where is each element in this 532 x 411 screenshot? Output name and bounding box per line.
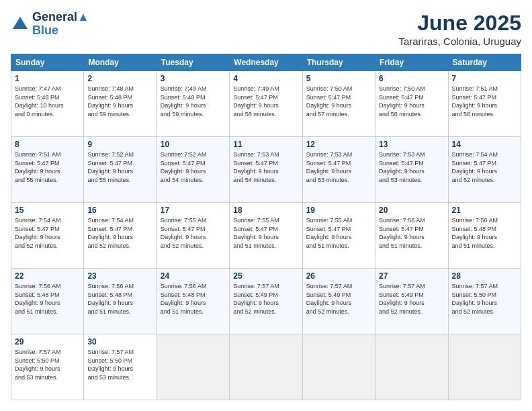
day-number: 19 xyxy=(306,205,371,215)
calendar-subtitle: Tarariras, Colonia, Uruguay xyxy=(398,36,521,47)
day-number: 15 xyxy=(15,205,80,215)
day-number: 4 xyxy=(233,74,298,83)
day-number: 26 xyxy=(306,271,371,281)
calendar-day-cell: 18Sunrise: 7:55 AMSunset: 5:47 PMDayligh… xyxy=(230,203,302,269)
day-info: Sunrise: 7:56 AMSunset: 5:48 PMDaylight:… xyxy=(87,282,152,316)
day-info: Sunrise: 7:55 AMSunset: 5:47 PMDaylight:… xyxy=(233,216,298,250)
day-number: 23 xyxy=(87,271,152,281)
day-number: 13 xyxy=(379,140,444,149)
calendar-day-cell: 19Sunrise: 7:55 AMSunset: 5:47 PMDayligh… xyxy=(302,203,375,269)
calendar-day-cell: 12Sunrise: 7:53 AMSunset: 5:47 PMDayligh… xyxy=(302,137,375,203)
calendar-day-cell: 7Sunrise: 7:51 AMSunset: 5:47 PMDaylight… xyxy=(448,71,521,137)
day-info: Sunrise: 7:56 AMSunset: 5:48 PMDaylight:… xyxy=(15,282,80,316)
day-info: Sunrise: 7:55 AMSunset: 5:47 PMDaylight:… xyxy=(306,216,371,250)
day-number: 27 xyxy=(379,271,444,281)
day-info: Sunrise: 7:56 AMSunset: 5:48 PMDaylight:… xyxy=(161,282,226,316)
page-header: General▲ Blue June 2025 Tarariras, Colon… xyxy=(11,11,521,47)
day-number: 28 xyxy=(452,271,517,281)
calendar-day-cell: 28Sunrise: 7:57 AMSunset: 5:50 PMDayligh… xyxy=(448,269,521,334)
calendar-day-cell xyxy=(448,334,521,400)
calendar-day-cell: 6Sunrise: 7:50 AMSunset: 5:47 PMDaylight… xyxy=(375,71,448,137)
logo: General▲ Blue xyxy=(11,11,89,38)
day-number: 22 xyxy=(15,271,80,281)
calendar-week-row: 22Sunrise: 7:56 AMSunset: 5:48 PMDayligh… xyxy=(11,269,521,334)
calendar-day-cell: 25Sunrise: 7:57 AMSunset: 5:49 PMDayligh… xyxy=(230,269,302,334)
calendar-day-cell xyxy=(375,334,448,400)
day-number: 7 xyxy=(452,74,517,83)
calendar-header-cell: Saturday xyxy=(448,54,521,71)
calendar-day-cell: 3Sunrise: 7:49 AMSunset: 5:48 PMDaylight… xyxy=(157,71,229,137)
calendar-day-cell: 4Sunrise: 7:49 AMSunset: 5:47 PMDaylight… xyxy=(230,71,302,137)
calendar-week-row: 15Sunrise: 7:54 AMSunset: 5:47 PMDayligh… xyxy=(11,203,521,269)
day-number: 1 xyxy=(15,74,80,83)
day-info: Sunrise: 7:54 AMSunset: 5:47 PMDaylight:… xyxy=(87,216,152,250)
day-info: Sunrise: 7:53 AMSunset: 5:47 PMDaylight:… xyxy=(379,150,444,184)
day-info: Sunrise: 7:55 AMSunset: 5:47 PMDaylight:… xyxy=(161,216,226,250)
day-info: Sunrise: 7:53 AMSunset: 5:47 PMDaylight:… xyxy=(306,150,371,184)
calendar-day-cell: 23Sunrise: 7:56 AMSunset: 5:48 PMDayligh… xyxy=(84,269,157,334)
day-number: 30 xyxy=(87,337,152,347)
calendar-day-cell: 8Sunrise: 7:51 AMSunset: 5:47 PMDaylight… xyxy=(11,137,84,203)
logo-text: General▲ Blue xyxy=(32,11,89,38)
calendar-day-cell: 17Sunrise: 7:55 AMSunset: 5:47 PMDayligh… xyxy=(157,203,229,269)
calendar-day-cell: 1Sunrise: 7:47 AMSunset: 5:48 PMDaylight… xyxy=(11,71,84,137)
day-number: 11 xyxy=(233,140,298,149)
calendar-header-cell: Thursday xyxy=(302,54,375,71)
day-number: 12 xyxy=(306,140,371,149)
calendar-day-cell: 20Sunrise: 7:56 AMSunset: 5:47 PMDayligh… xyxy=(375,203,448,269)
calendar-day-cell: 10Sunrise: 7:52 AMSunset: 5:47 PMDayligh… xyxy=(157,137,229,203)
day-info: Sunrise: 7:57 AMSunset: 5:50 PMDaylight:… xyxy=(15,348,80,381)
calendar-day-cell: 5Sunrise: 7:50 AMSunset: 5:47 PMDaylight… xyxy=(302,71,375,137)
calendar-week-row: 29Sunrise: 7:57 AMSunset: 5:50 PMDayligh… xyxy=(11,334,521,400)
calendar-body: 1Sunrise: 7:47 AMSunset: 5:48 PMDaylight… xyxy=(11,71,521,400)
day-info: Sunrise: 7:49 AMSunset: 5:47 PMDaylight:… xyxy=(233,85,298,118)
calendar-day-cell: 27Sunrise: 7:57 AMSunset: 5:49 PMDayligh… xyxy=(375,269,448,334)
calendar-day-cell: 21Sunrise: 7:56 AMSunset: 5:48 PMDayligh… xyxy=(448,203,521,269)
calendar-header-cell: Friday xyxy=(375,54,448,71)
logo-icon xyxy=(11,15,30,34)
day-info: Sunrise: 7:50 AMSunset: 5:47 PMDaylight:… xyxy=(379,85,444,118)
calendar-day-cell: 13Sunrise: 7:53 AMSunset: 5:47 PMDayligh… xyxy=(375,137,448,203)
day-info: Sunrise: 7:47 AMSunset: 5:48 PMDaylight:… xyxy=(15,85,80,118)
day-number: 25 xyxy=(233,271,298,281)
calendar-day-cell: 15Sunrise: 7:54 AMSunset: 5:47 PMDayligh… xyxy=(11,203,84,269)
day-info: Sunrise: 7:57 AMSunset: 5:50 PMDaylight:… xyxy=(87,348,152,381)
day-info: Sunrise: 7:54 AMSunset: 5:47 PMDaylight:… xyxy=(15,216,80,250)
day-info: Sunrise: 7:57 AMSunset: 5:50 PMDaylight:… xyxy=(452,282,517,316)
day-info: Sunrise: 7:57 AMSunset: 5:49 PMDaylight:… xyxy=(233,282,298,316)
day-number: 6 xyxy=(379,74,444,83)
calendar-header-cell: Monday xyxy=(84,54,157,71)
calendar-header-cell: Sunday xyxy=(11,54,84,71)
day-number: 16 xyxy=(87,205,152,215)
calendar-header-row: SundayMondayTuesdayWednesdayThursdayFrid… xyxy=(11,54,521,71)
day-info: Sunrise: 7:52 AMSunset: 5:47 PMDaylight:… xyxy=(161,150,226,184)
day-info: Sunrise: 7:57 AMSunset: 5:49 PMDaylight:… xyxy=(379,282,444,316)
day-number: 9 xyxy=(87,140,152,149)
day-number: 14 xyxy=(452,140,517,149)
calendar-day-cell: 30Sunrise: 7:57 AMSunset: 5:50 PMDayligh… xyxy=(84,334,157,400)
day-info: Sunrise: 7:50 AMSunset: 5:47 PMDaylight:… xyxy=(306,85,371,118)
calendar-day-cell xyxy=(230,334,302,400)
calendar-week-row: 1Sunrise: 7:47 AMSunset: 5:48 PMDaylight… xyxy=(11,71,521,137)
calendar-day-cell xyxy=(302,334,375,400)
day-number: 20 xyxy=(379,205,444,215)
day-number: 17 xyxy=(161,205,226,215)
calendar-week-row: 8Sunrise: 7:51 AMSunset: 5:47 PMDaylight… xyxy=(11,137,521,203)
day-info: Sunrise: 7:51 AMSunset: 5:47 PMDaylight:… xyxy=(452,85,517,118)
day-number: 24 xyxy=(161,271,226,281)
day-info: Sunrise: 7:56 AMSunset: 5:47 PMDaylight:… xyxy=(379,216,444,250)
day-number: 2 xyxy=(87,74,152,83)
calendar-day-cell: 11Sunrise: 7:53 AMSunset: 5:47 PMDayligh… xyxy=(230,137,302,203)
day-number: 10 xyxy=(161,140,226,149)
day-info: Sunrise: 7:52 AMSunset: 5:47 PMDaylight:… xyxy=(87,150,152,184)
day-info: Sunrise: 7:57 AMSunset: 5:49 PMDaylight:… xyxy=(306,282,371,316)
day-info: Sunrise: 7:49 AMSunset: 5:48 PMDaylight:… xyxy=(161,85,226,118)
title-block: June 2025 Tarariras, Colonia, Uruguay xyxy=(398,11,521,47)
calendar-table: SundayMondayTuesdayWednesdayThursdayFrid… xyxy=(11,54,521,400)
day-number: 5 xyxy=(306,74,371,83)
day-info: Sunrise: 7:48 AMSunset: 5:48 PMDaylight:… xyxy=(87,85,152,118)
calendar-header-cell: Tuesday xyxy=(157,54,229,71)
calendar-day-cell: 24Sunrise: 7:56 AMSunset: 5:48 PMDayligh… xyxy=(157,269,229,334)
day-number: 3 xyxy=(161,74,226,83)
calendar-day-cell: 9Sunrise: 7:52 AMSunset: 5:47 PMDaylight… xyxy=(84,137,157,203)
